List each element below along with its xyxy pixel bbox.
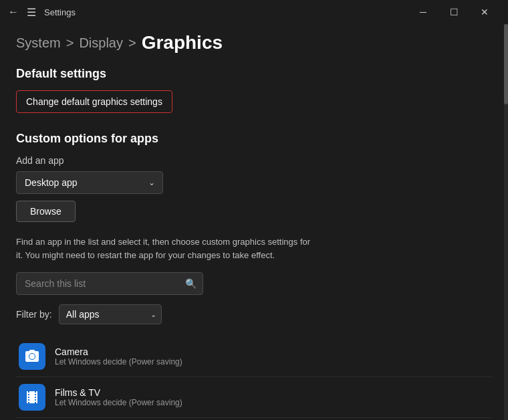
custom-options-heading: Custom options for apps [16,132,492,146]
breadcrumb: System > Display > Graphics [16,32,492,54]
add-app-label: Add an app [16,155,492,166]
title-bar: ← ☰ Settings ─ ☐ ✕ [0,0,508,24]
filter-dropdown-wrapper: All apps High performance Power saving ⌄ [59,304,162,324]
minimize-button[interactable]: ─ [408,1,438,23]
camera-app-subtext: Let Windows decide (Power saving) [55,357,182,366]
back-icon[interactable]: ← [8,6,19,18]
camera-app-name: Camera [55,346,182,357]
list-item[interactable]: Films & TV Let Windows decide (Power sav… [16,377,492,418]
default-settings-heading: Default settings [16,67,492,81]
svg-point-0 [29,354,35,359]
films-app-name: Films & TV [55,387,182,398]
filter-dropdown[interactable]: All apps High performance Power saving [59,304,162,324]
info-text: Find an app in the list and select it, t… [16,235,317,261]
breadcrumb-system[interactable]: System [16,35,61,51]
close-button[interactable]: ✕ [469,1,500,23]
films-app-subtext: Let Windows decide (Power saving) [55,398,182,407]
change-default-graphics-link[interactable]: Change default graphics settings [16,90,172,113]
breadcrumb-sep2: > [128,35,136,51]
title-bar-controls: ─ ☐ ✕ [408,1,500,23]
list-item[interactable]: Camera Let Windows decide (Power saving) [16,336,492,377]
hamburger-icon[interactable]: ☰ [27,6,36,19]
camera-icon [24,348,40,364]
scrollbar-track [504,24,508,420]
breadcrumb-display[interactable]: Display [79,35,123,51]
main-content: System > Display > Graphics Default sett… [0,24,508,420]
films-icon [24,389,40,405]
browse-button[interactable]: Browse [16,201,76,222]
films-app-icon [19,384,45,411]
camera-app-icon [19,343,45,370]
title-bar-title: Settings [44,7,76,17]
breadcrumb-sep1: > [66,35,74,51]
search-wrapper: 🔍 [16,272,203,295]
title-bar-left: ← ☰ Settings [8,6,76,19]
search-input[interactable] [16,272,203,295]
app-type-dropdown[interactable]: Desktop app Microsoft Store app [16,171,163,194]
camera-app-info: Camera Let Windows decide (Power saving) [55,346,182,366]
scrollbar-thumb[interactable] [504,24,508,104]
breadcrumb-current: Graphics [142,32,223,54]
maximize-button[interactable]: ☐ [438,1,469,23]
films-app-info: Films & TV Let Windows decide (Power sav… [55,387,182,407]
app-type-dropdown-wrapper: Desktop app Microsoft Store app ⌄ [16,171,163,194]
app-list: Camera Let Windows decide (Power saving)… [16,336,492,418]
filter-row: Filter by: All apps High performance Pow… [16,304,492,324]
filter-label: Filter by: [16,309,52,320]
